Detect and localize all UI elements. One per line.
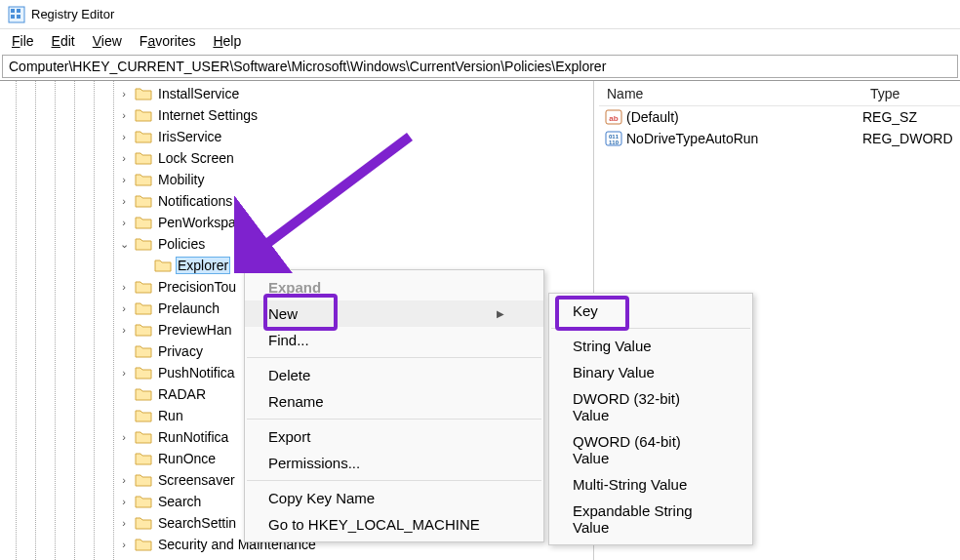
chevron-right-icon[interactable]: › [117,431,131,443]
context-item-label: New [268,305,298,322]
tree-item[interactable]: ›Lock Screen [117,147,593,169]
menu-edit[interactable]: Edit [44,31,83,51]
context-item-label: Copy Key Name [268,490,375,506]
folder-icon [135,409,152,422]
folder-icon [154,259,172,272]
tree-item-label: SearchSettin [156,515,238,531]
list-body: ab(Default)REG_SZ011110NoDriveTypeAutoRu… [599,106,960,149]
chevron-right-icon[interactable]: › [117,131,131,142]
context-item-label: Delete [268,367,310,383]
context-item-permissions[interactable]: Permissions... [245,450,543,476]
tree-item[interactable]: ›Notifications [117,190,593,212]
chevron-right-icon[interactable]: › [117,324,131,336]
context-item-rename[interactable]: Rename [245,388,543,415]
chevron-right-icon[interactable]: › [117,88,131,100]
folder-icon [135,173,152,186]
context-item-copy-key-name[interactable]: Copy Key Name [245,485,543,511]
svg-text:ab: ab [609,114,618,123]
folder-icon [135,130,152,143]
address-text: Computer\HKEY_CURRENT_USER\Software\Micr… [9,59,606,74]
chevron-right-icon[interactable]: › [117,302,131,314]
context-item-label: Rename [268,393,324,410]
submenu-item-multi-string-value[interactable]: Multi-String Value [549,471,752,498]
submenu-item-label: Multi-String Value [573,476,687,493]
tree-item[interactable]: ›IrisService [117,126,593,147]
value-name: (Default) [626,109,679,125]
menu-file[interactable]: File [4,31,42,51]
list-row[interactable]: 011110NoDriveTypeAutoRunREG_DWORD [599,128,960,149]
tree-item[interactable]: ›Internet Settings [117,104,593,126]
tree-item[interactable]: ›InstallService [117,83,593,104]
list-row[interactable]: ab(Default)REG_SZ [599,106,960,128]
menu-favorites[interactable]: Favorites [132,31,204,51]
chevron-right-icon[interactable]: › [117,367,131,379]
submenu-item-qword-bit-value[interactable]: QWORD (64-bit) Value [549,428,752,471]
tree-item[interactable]: ›PenWorkspace [117,212,593,233]
folder-icon [135,387,152,401]
folder-icon [135,495,152,508]
context-item-expand: Expand [245,274,543,300]
tree-item[interactable]: ›Mobility [117,169,593,190]
submenu-item-expandable-string-value[interactable]: Expandable String Value [549,498,752,540]
tree-item-label: Prelaunch [156,300,221,316]
submenu-item-binary-value[interactable]: Binary Value [549,359,752,385]
submenu-item-string-value[interactable]: String Value [549,333,752,359]
tree-item-label: Search [156,494,203,509]
tree-item[interactable]: ⌄Policies [117,233,593,255]
tree-item-label: Policies [156,236,207,252]
context-item-label: Go to HKEY_LOCAL_MACHINE [268,516,480,533]
menu-separator [247,480,541,481]
folder-icon [135,108,152,122]
folder-icon [135,473,152,487]
submenu-item-label: DWORD (32-bit) Value [573,390,713,423]
tree-item-label: Lock Screen [156,150,236,166]
submenu-item-label: QWORD (64-bit) Value [573,433,713,466]
chevron-right-icon[interactable]: › [117,496,131,507]
chevron-right-icon[interactable]: › [117,281,131,293]
chevron-down-icon[interactable]: ⌄ [117,238,131,251]
menu-separator [247,419,541,420]
chevron-right-icon[interactable]: › [117,195,131,207]
tree-item-label: RunNotifica [156,429,230,445]
tree-item-label: RunOnce [156,451,218,466]
submenu-item-dword-bit-value[interactable]: DWORD (32-bit) Value [549,385,752,428]
folder-icon [135,87,152,100]
string-value-icon: ab [605,108,622,126]
context-item-export[interactable]: Export [245,423,543,450]
tree-item-label: PenWorkspace [156,215,253,230]
col-type[interactable]: Type [862,83,960,104]
context-item-label: Find... [268,332,309,348]
app-icon [8,6,25,23]
tree-item-label: Explorer [176,257,230,274]
folder-icon [135,280,152,294]
context-item-find[interactable]: Find... [245,327,543,353]
tree-item-label: PushNotifica [156,365,237,380]
chevron-right-icon[interactable]: › [117,539,131,550]
chevron-right-icon[interactable]: › [117,174,131,185]
col-name[interactable]: Name [599,83,862,104]
submenu-item-key[interactable]: Key [549,298,752,324]
context-menu: ExpandNew▶Find...DeleteRenameExportPermi… [244,269,544,542]
context-item-new[interactable]: New▶ [245,300,543,327]
submenu-item-label: Key [573,302,598,319]
context-submenu-new: KeyString ValueBinary ValueDWORD (32-bit… [548,293,753,545]
folder-icon [135,452,152,465]
menu-help[interactable]: Help [205,31,249,51]
folder-icon [135,323,152,337]
chevron-right-icon[interactable]: › [117,517,131,529]
chevron-right-icon[interactable]: › [117,109,131,121]
svg-rect-4 [17,15,20,19]
tree-item-label: RADAR [156,386,208,402]
address-bar[interactable]: Computer\HKEY_CURRENT_USER\Software\Micr… [2,55,958,78]
tree-item-label: PreviewHan [156,322,233,338]
menu-separator [551,328,750,329]
chevron-right-icon[interactable]: › [117,217,131,228]
chevron-right-icon[interactable]: › [117,152,131,164]
context-item-go-to-hkey-local-machine[interactable]: Go to HKEY_LOCAL_MACHINE [245,511,543,538]
chevron-right-icon[interactable]: › [117,474,131,486]
context-item-delete[interactable]: Delete [245,362,543,388]
menu-view[interactable]: View [85,31,130,51]
svg-rect-3 [11,15,15,19]
folder-icon [135,430,152,444]
value-name: NoDriveTypeAutoRun [626,131,758,146]
